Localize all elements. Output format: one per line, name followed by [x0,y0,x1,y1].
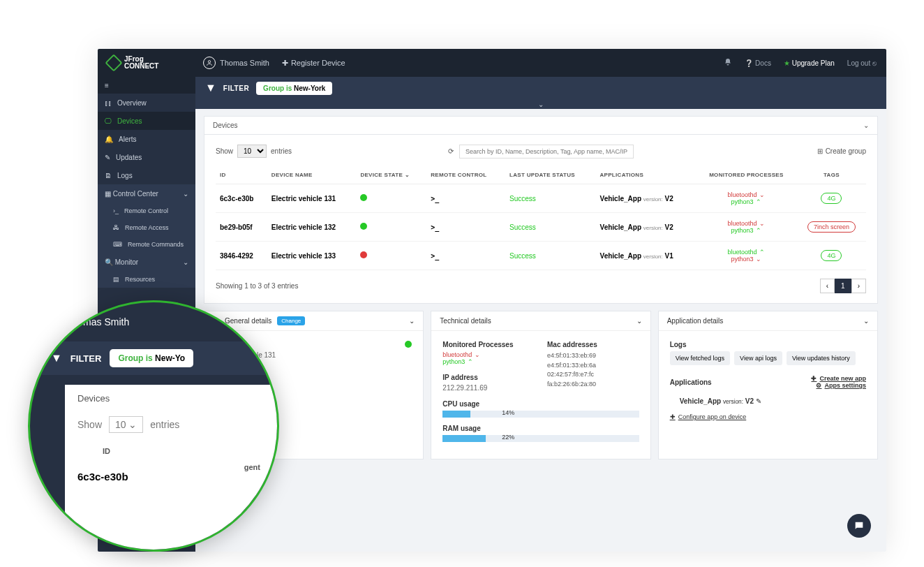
applications-heading: Applications [670,378,712,386]
filter-chip[interactable]: Group is New-York [256,82,332,95]
sidebar-item-resources[interactable]: ▤Resources [98,271,195,288]
device-name: Electric vehicle 132 [267,213,357,242]
view-updates-history-button[interactable]: View updates history [787,351,856,365]
refresh-icon[interactable]: ⟳ [448,147,454,155]
sidebar-item-devices[interactable]: 🖵Devices [98,112,195,130]
search-input[interactable] [459,145,634,159]
entries-select[interactable]: 10 [237,145,267,158]
terminal-icon: >_ [431,195,439,202]
zoom-show-entries: Show 10 ⌄ entries [77,419,264,430]
update-status: Success [505,213,595,242]
configure-app-link[interactable]: ✚Configure app on device [670,413,866,420]
pager-next[interactable]: › [851,279,866,293]
applications-cell: Vehicle_App version: V1 [596,242,696,270]
logs-heading: Logs [670,341,866,348]
command-icon: ⌨ [113,241,122,248]
zoom-devices-heading: Devices [77,393,264,404]
expand-filter[interactable]: ⌄ [195,99,886,109]
col-apps[interactable]: APPLICATIONS [596,166,696,184]
chevron-icon: ⌃ [756,227,761,234]
sidebar-item-alerts[interactable]: 🔔Alerts [98,130,195,148]
device-state [356,242,426,270]
chevron-down-icon[interactable]: ⌄ [409,317,415,325]
svg-point-0 [208,61,210,63]
topbar: JFrog CONNECT Thomas Smith ✚ Register De… [98,49,886,77]
table-row[interactable]: 3846-4292 Electric vehicle 133 >_ Succes… [216,242,866,270]
mac-address: fa:b2:26:6b:2a:80 [547,380,639,390]
sidebar-item-remote-control[interactable]: ›_Remote Control [98,202,195,219]
zoom-entries-select[interactable]: 10 ⌄ [109,416,143,433]
user-menu[interactable]: Thomas Smith [203,57,269,69]
chevron-icon: ⌄ [756,256,761,263]
pager-page-1[interactable]: 1 [835,279,851,293]
tag-pill[interactable]: 7inch screen [807,221,856,233]
col-update[interactable]: LAST UPDATE STATUS [505,166,595,184]
ram-heading: RAM usage [442,425,639,432]
sidebar-item-updates[interactable]: ✎Updates [98,148,195,166]
col-id[interactable]: ID [216,166,267,184]
terminal-icon: >_ [431,223,439,231]
monitored-heading: Monitored Processes [442,341,535,348]
device-id: 3846-4292 [216,242,267,270]
tags-cell: 7inch screen [797,213,866,242]
pager-prev[interactable]: ‹ [820,279,835,293]
logo[interactable]: JFrog CONNECT [107,56,196,70]
logout-button[interactable]: Log out ⎋ [847,59,877,67]
sidebar-control-center[interactable]: ▦ Control Center⌄ [98,184,195,202]
view-fetched-logs-button[interactable]: View fetched logs [670,351,730,365]
devices-panel-head: Devices ⌄ [204,117,877,135]
status-dot-icon [360,194,367,201]
proc-bluetoothd: bluetoothd ⌄ [442,351,535,358]
zoom-filter-chip[interactable]: Group is New-Yo [110,349,193,367]
chevron-icon: ⌄ [759,191,765,198]
col-procs[interactable]: MONITORED PROCESSES [696,166,797,184]
upgrade-plan-button[interactable]: ★ Upgrade Plan [784,59,835,67]
col-name[interactable]: DEVICE NAME [267,166,357,184]
apps-settings-link[interactable]: ⚙Apps settings [811,382,866,389]
register-device-label: Register Device [291,59,345,67]
plus-icon: ✚ [811,375,817,382]
chevron-down-icon[interactable]: ⌄ [636,317,642,325]
col-state[interactable]: DEVICE STATE ⌄ [356,166,426,184]
chevron-down-icon[interactable]: ⌄ [863,317,869,325]
technical-details-panel: Technical details ⌄ Monitored Processes … [431,311,650,459]
chevron-down-icon: ⌄ [183,258,188,266]
tag-pill[interactable]: 4G [821,250,842,261]
col-remote[interactable]: REMOTE CONTROL [426,166,505,184]
chat-button[interactable] [847,514,871,538]
col-tags[interactable]: TAGS [797,166,866,184]
create-new-app-link[interactable]: ✚Create new app [811,375,866,382]
bell-icon[interactable] [724,58,732,68]
show-label: Show [216,147,233,155]
chevron-down-icon[interactable]: ⌄ [863,122,869,129]
sidebar-item-overview[interactable]: ⫿⫿Overview [98,94,195,112]
edit-icon[interactable]: ✎ [756,397,761,405]
table-row[interactable]: be29-b05f Electric vehicle 132 >_ Succes… [216,213,866,242]
technical-title: Technical details [440,317,491,325]
zoom-agent-fragment: gent [244,463,260,471]
table-row[interactable]: 6c3c-e30b Electric vehicle 131 >_ Succes… [216,184,866,213]
view-api-logs-button[interactable]: View api logs [734,351,782,365]
sidebar-item-logs[interactable]: 🗎Logs [98,166,195,184]
grid-icon: ▦ [105,190,111,198]
remote-control-cell[interactable]: >_ [426,242,505,270]
remote-control-cell[interactable]: >_ [426,184,505,213]
chevron-icon: ⌄ [759,220,765,227]
sidebar-monitor[interactable]: 🔍 Monitor⌄ [98,253,195,271]
create-group-button[interactable]: ⊞ Create group [817,147,866,155]
remote-control-cell[interactable]: >_ [426,213,505,242]
tag-pill[interactable]: 4G [821,193,842,204]
docs-link[interactable]: ❔ Docs [745,59,771,67]
register-device-button[interactable]: ✚ Register Device [282,59,345,68]
sidebar-item-remote-access[interactable]: 🖧Remote Access [98,219,195,236]
chevron-icon: ⌃ [759,249,765,256]
sidebar-toggle[interactable]: ≡ [98,77,195,94]
chart-icon: ⫿⫿ [105,99,112,107]
sidebar-item-remote-commands[interactable]: ⌨Remote Commands [98,236,195,253]
update-status: Success [505,242,595,270]
plus-square-icon: ⊞ [817,147,823,155]
tags-cell: 4G [797,242,866,270]
zoom-id-value: 6c3c-e30b [77,471,264,483]
change-button[interactable]: Change [277,316,305,325]
cpu-value: 14% [502,409,514,416]
